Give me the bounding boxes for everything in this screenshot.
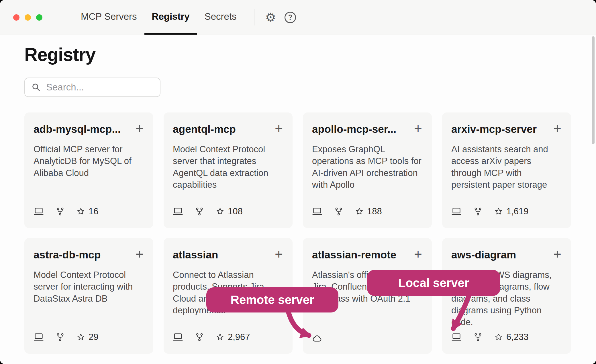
tab-label: MCP Servers [81, 11, 137, 22]
fork-icon [195, 333, 204, 342]
star-count: 16 [77, 206, 98, 217]
server-name: apollo-mcp-ser... [312, 123, 396, 135]
zoom-button[interactable] [36, 14, 42, 21]
fork-icon [334, 207, 343, 216]
laptop-icon [34, 207, 44, 216]
add-server-button[interactable]: + [274, 249, 283, 259]
server-name: adb-mysql-mcp... [34, 123, 121, 135]
server-description: Model Context Protocol server for intera… [34, 269, 144, 304]
laptop-icon [173, 333, 183, 342]
server-card[interactable]: agentql-mcp + Model Context Protocol ser… [164, 112, 293, 228]
server-name: atlassian-remote [312, 249, 396, 261]
page-title: Registry [24, 45, 571, 64]
traffic-lights [0, 0, 42, 35]
laptop-icon [312, 207, 322, 216]
star-icon [216, 207, 224, 216]
star-icon [494, 207, 503, 216]
server-description: AI assistants search and access arXiv pa… [451, 143, 562, 191]
tab-mcp-servers[interactable]: MCP Servers [73, 0, 144, 35]
settings-gear-icon[interactable]: ⚙ [265, 11, 276, 23]
app-window: MCP Servers Registry Secrets ⚙ ? Registr… [0, 0, 596, 364]
server-grid: adb-mysql-mcp... + Official MCP server f… [24, 112, 571, 354]
star-icon [216, 333, 224, 341]
fork-icon [56, 333, 64, 342]
star-count: 2,967 [216, 332, 250, 342]
server-card[interactable]: arxiv-mcp-server + AI assistants search … [442, 112, 571, 228]
server-card[interactable]: astra-db-mcp + Model Context Protocol se… [24, 238, 153, 354]
server-card[interactable]: aws-diagram + Generate AWS diagrams, seq… [442, 238, 571, 354]
top-nav: MCP Servers Registry Secrets [73, 0, 244, 35]
add-server-button[interactable]: + [553, 249, 562, 259]
add-server-button[interactable]: + [274, 123, 283, 134]
search-box [24, 78, 160, 97]
search-icon [31, 82, 41, 92]
server-name: aws-diagram [451, 249, 516, 261]
server-card[interactable]: adb-mysql-mcp... + Official MCP server f… [24, 112, 153, 228]
laptop-icon [451, 333, 462, 342]
star-icon [355, 207, 364, 216]
server-description: Model Context Protocol server that integ… [173, 143, 283, 191]
close-button[interactable] [13, 14, 19, 21]
header-actions: ⚙ ? [254, 0, 296, 35]
star-icon [77, 207, 85, 216]
laptop-icon [173, 207, 183, 216]
search-input[interactable] [46, 82, 154, 93]
tab-label: Secrets [205, 11, 237, 22]
star-icon [77, 333, 85, 341]
server-name: astra-db-mcp [34, 249, 101, 261]
fork-icon [474, 207, 482, 216]
star-count: 188 [355, 206, 382, 217]
star-count: 108 [216, 206, 243, 217]
cloud-icon [312, 334, 323, 342]
server-card[interactable]: apollo-mcp-ser... + Exposes GraphQL oper… [303, 112, 432, 228]
help-icon[interactable]: ? [285, 12, 296, 23]
remote-server-callout: Remote server [206, 287, 338, 312]
server-name: atlassian [173, 249, 218, 261]
server-name: arxiv-mcp-server [451, 123, 537, 135]
tab-label: Registry [152, 11, 190, 22]
laptop-icon [34, 333, 44, 342]
server-description: Official MCP server for AnalyticDB for M… [34, 143, 144, 179]
tab-secrets[interactable]: Secrets [197, 0, 244, 35]
fork-icon [474, 333, 482, 342]
minimize-button[interactable] [25, 14, 31, 21]
fork-icon [195, 207, 204, 216]
tab-registry[interactable]: Registry [144, 0, 197, 35]
server-description: Exposes GraphQL operations as MCP tools … [312, 143, 423, 191]
local-server-callout: Local server [367, 270, 500, 296]
fork-icon [56, 207, 64, 216]
star-count: 1,619 [494, 206, 529, 217]
add-server-button[interactable]: + [553, 123, 562, 134]
add-server-button[interactable]: + [135, 249, 144, 259]
add-server-button[interactable]: + [413, 249, 423, 259]
laptop-icon [451, 207, 462, 216]
scrollbar[interactable] [592, 36, 595, 144]
add-server-button[interactable]: + [135, 123, 144, 134]
title-bar: MCP Servers Registry Secrets ⚙ ? [0, 0, 596, 35]
add-server-button[interactable]: + [413, 123, 423, 134]
server-name: agentql-mcp [173, 123, 236, 135]
star-count: 6,233 [494, 332, 529, 342]
star-count: 29 [77, 332, 98, 342]
star-icon [494, 333, 503, 341]
